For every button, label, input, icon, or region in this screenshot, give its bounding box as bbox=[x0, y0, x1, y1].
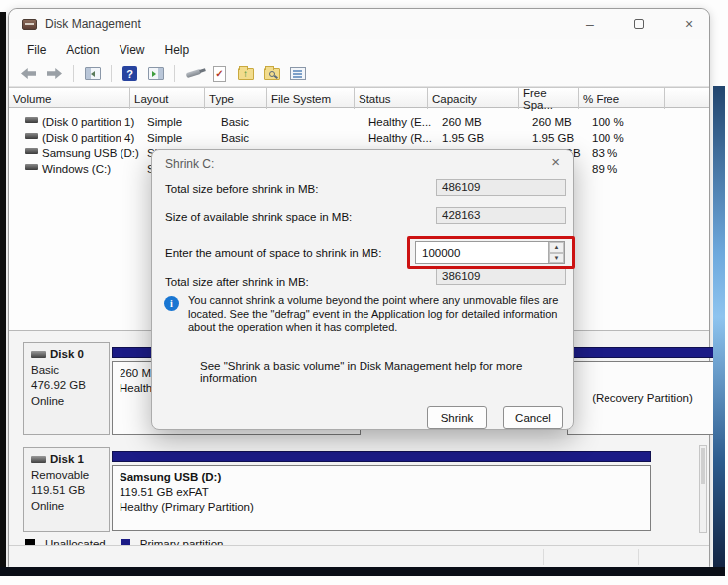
check-document-icon[interactable]: ✓ bbox=[210, 65, 229, 83]
column-header-status[interactable]: Status bbox=[355, 88, 428, 109]
back-icon[interactable] bbox=[19, 65, 38, 83]
vertical-scrollbar[interactable] bbox=[699, 445, 707, 533]
statusbar-separator bbox=[638, 549, 639, 565]
help-text: See "Shrink a basic volume" in Disk Mana… bbox=[200, 360, 573, 384]
label-available-space: Size of available shrink space in MB: bbox=[165, 211, 352, 223]
close-button[interactable]: × bbox=[679, 14, 699, 34]
folder-up-icon[interactable]: ↑ bbox=[236, 65, 255, 83]
menu-action[interactable]: Action bbox=[66, 43, 99, 57]
label-total-before: Total size before shrink in MB: bbox=[165, 183, 318, 195]
table-row[interactable]: (Disk 0 partition 1) Simple Basic Health… bbox=[9, 115, 709, 131]
disk-icon bbox=[31, 351, 46, 358]
info-icon: i bbox=[164, 296, 179, 311]
screen-edge-left bbox=[0, 12, 6, 570]
screen-edge-right bbox=[713, 86, 725, 567]
dialog-close-icon[interactable]: × bbox=[551, 153, 560, 170]
title-bar: Disk Management – × bbox=[9, 9, 709, 39]
help-icon[interactable]: ? bbox=[121, 65, 139, 83]
console-tree-icon[interactable] bbox=[83, 65, 102, 83]
dialog-title: Shrink C: bbox=[165, 157, 214, 171]
field-total-before: 486109 bbox=[436, 179, 566, 196]
toolbar-separator bbox=[73, 65, 74, 82]
column-header-freespace[interactable]: Free Spa... bbox=[519, 88, 579, 109]
disk0-header[interactable]: Disk 0 Basic 476.92 GB Online bbox=[23, 342, 110, 435]
toolbar: ? ✓ ↑ bbox=[9, 61, 709, 87]
table-row[interactable]: (Disk 0 partition 4) Simple Basic Health… bbox=[9, 131, 709, 146]
screenshot-stage: Disk Management – × File Action View Hel… bbox=[0, 0, 728, 585]
menu-file[interactable]: File bbox=[27, 43, 46, 57]
scrollbar-thumb[interactable] bbox=[701, 448, 705, 484]
maximize-button[interactable] bbox=[629, 14, 649, 34]
column-header-pctfree[interactable]: % Free bbox=[579, 88, 665, 109]
disk1-partition-samsung[interactable]: Samsung USB (D:) 119.51 GB exFAT Healthy… bbox=[112, 465, 651, 531]
column-header-type[interactable]: Type bbox=[205, 88, 267, 109]
disk-icon bbox=[31, 456, 46, 463]
menu-view[interactable]: View bbox=[120, 43, 145, 57]
column-header-empty bbox=[665, 88, 709, 109]
menu-help[interactable]: Help bbox=[165, 43, 190, 57]
properties-icon[interactable] bbox=[288, 65, 307, 83]
disk-management-app-icon bbox=[22, 19, 37, 30]
maximize-icon bbox=[634, 19, 644, 29]
toolbar-separator bbox=[111, 65, 112, 82]
disk1-header[interactable]: Disk 1 Removable 119.51 GB Online bbox=[23, 447, 110, 532]
volume-table-header: Volume Layout Type File System Status Ca… bbox=[9, 87, 709, 108]
column-header-capacity[interactable]: Capacity bbox=[428, 88, 519, 109]
cancel-button[interactable]: Cancel bbox=[503, 406, 563, 429]
disk1-partition-bar bbox=[112, 451, 651, 462]
field-total-after: 386109 bbox=[436, 268, 566, 285]
screen-edge-bottom bbox=[0, 567, 725, 576]
column-header-volume[interactable]: Volume bbox=[9, 88, 130, 109]
volume-icon bbox=[25, 164, 38, 170]
volume-icon bbox=[25, 148, 38, 154]
volume-icon bbox=[25, 133, 38, 139]
folder-search-icon[interactable] bbox=[262, 65, 281, 83]
info-text: You cannot shrink a volume beyond the po… bbox=[188, 294, 561, 335]
action-pane-icon[interactable] bbox=[146, 65, 165, 83]
field-available-space: 428163 bbox=[436, 207, 566, 224]
column-header-filesystem[interactable]: File System bbox=[267, 88, 355, 109]
shrink-dialog: Shrink C: × Total size before shrink in … bbox=[151, 149, 574, 430]
toolbar-separator bbox=[174, 65, 175, 82]
shrink-button[interactable]: Shrink bbox=[427, 406, 487, 429]
menu-bar: File Action View Help bbox=[9, 39, 709, 61]
label-shrink-amount: Enter the amount of space to shrink in M… bbox=[165, 247, 381, 259]
statusbar-separator bbox=[543, 549, 544, 565]
column-header-layout[interactable]: Layout bbox=[130, 88, 205, 109]
device-icon[interactable] bbox=[184, 65, 203, 83]
forward-icon[interactable] bbox=[45, 65, 64, 83]
label-total-after: Total size after shrink in MB: bbox=[165, 276, 309, 288]
disk0-partition-recovery[interactable]: (Recovery Partition) bbox=[567, 361, 718, 435]
volume-icon bbox=[25, 117, 38, 123]
window-title: Disk Management bbox=[45, 17, 141, 31]
status-bar bbox=[9, 545, 709, 567]
minimize-button[interactable]: – bbox=[580, 14, 600, 34]
highlight-box bbox=[407, 236, 575, 269]
